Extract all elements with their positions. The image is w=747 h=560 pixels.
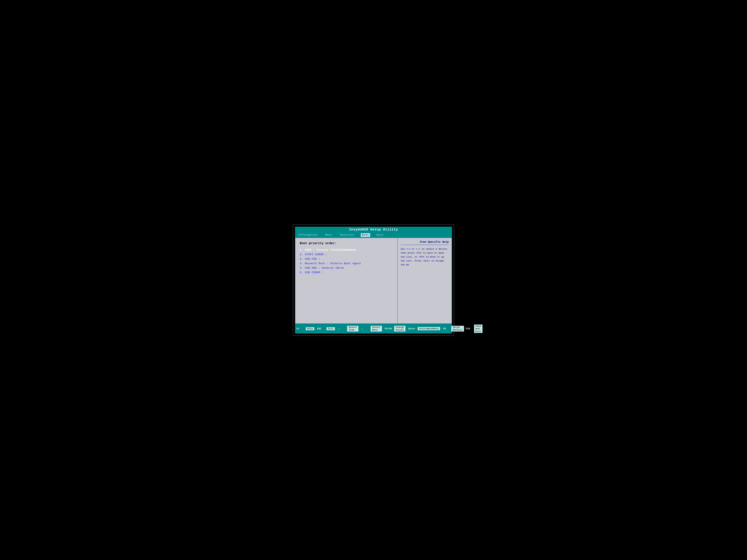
menu-information[interactable]: Information (297, 233, 319, 237)
boot-item-6[interactable]: 6. USB CDROM : (300, 271, 393, 274)
boot-item-5[interactable]: 5. USB HDD : General UDisk (300, 267, 393, 270)
help-text: Use <↑> or <↓> to select a device, then … (401, 247, 449, 267)
boot-item-1-label: HDD0 : Hitachi HTS542520K9SA00 (305, 248, 356, 251)
key-f5f6-desc: Change Values (394, 326, 406, 331)
footer-row-1: F1 Help ESC Exit ↑↓ Select Item ↔ Select… (295, 324, 452, 334)
menu-security[interactable]: Security (339, 233, 355, 237)
key-f10: F10 (466, 327, 472, 330)
boot-item-1[interactable]: 1. HDD0 : Hitachi HTS542520K9SA00 (300, 248, 393, 251)
right-panel: Item Specific Help Use <↑> or <↓> to sel… (398, 238, 452, 323)
boot-item-3[interactable]: 3. USB FDD : (300, 258, 393, 261)
boot-item-4-index: 4. (300, 262, 305, 265)
key-updown-desc: Select Item (347, 326, 358, 331)
key-f1: F1 (297, 327, 303, 330)
key-f5f6: F5/F6 (385, 327, 391, 330)
key-leftright: ↔ (361, 327, 368, 330)
boot-item-2-index: 2. (300, 253, 305, 256)
boot-item-5-label: USB HDD : General UDisk (305, 267, 344, 270)
boot-item-5-index: 5. (300, 267, 305, 270)
left-panel: Boot priority order: 1. HDD0 : Hitachi H… (295, 238, 398, 323)
key-enter: Enter (408, 327, 415, 330)
boot-item-3-label: USB FDD : (305, 258, 320, 261)
title-bar: InsydeH2O Setup Utility (295, 227, 452, 233)
bios-screen: InsydeH2O Setup Utility Information Main… (293, 224, 454, 336)
boot-item-4-label: Network Boot : Atheros Boot Agent (305, 262, 361, 265)
boot-list: 1. HDD0 : Hitachi HTS542520K9SA00 2. ATA… (300, 248, 393, 274)
boot-priority-title: Boot priority order: (300, 242, 393, 245)
key-updown: ↑↓ (338, 327, 344, 330)
key-f10-desc: Save and Exit (474, 324, 483, 333)
boot-item-6-index: 6. (300, 271, 305, 274)
boot-item-6-label: USB CDROM : (305, 271, 324, 274)
key-leftright-desc: Select Menu (370, 326, 382, 331)
boot-item-2[interactable]: 2. ATAPI CDROM : (300, 253, 393, 256)
key-esc: ESC (317, 327, 324, 330)
boot-item-3-index: 3. (300, 258, 305, 261)
menu-boot[interactable]: Boot (361, 233, 370, 237)
menu-bar[interactable]: Information Main Security Boot Exit (295, 233, 452, 238)
key-f9-desc: Setup Default (451, 326, 464, 331)
menu-main[interactable]: Main (324, 233, 333, 237)
help-title: Item Specific Help (401, 241, 449, 245)
key-f1-desc: Help (306, 327, 314, 330)
key-f9: F9 (443, 327, 449, 330)
key-esc-desc: Exit (327, 327, 335, 330)
main-content: Boot priority order: 1. HDD0 : Hitachi H… (295, 238, 452, 324)
boot-item-4[interactable]: 4. Network Boot : Atheros Boot Agent (300, 262, 393, 265)
menu-exit[interactable]: Exit (376, 233, 385, 237)
title-text: InsydeH2O Setup Utility (349, 228, 398, 231)
key-enter-desc: Select▶SubMenu (418, 327, 440, 330)
boot-item-1-index: 1. (300, 248, 305, 251)
boot-item-2-label: ATAPI CDROM : (305, 253, 327, 256)
footer: F1 Help ESC Exit ↑↓ Select Item ↔ Select… (295, 324, 452, 334)
